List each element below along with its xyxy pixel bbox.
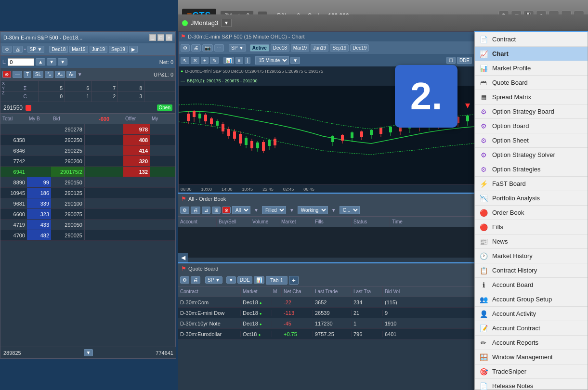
menu-item-order-book[interactable]: 🔴 Order Book: [475, 206, 588, 220]
chart-dde-btn[interactable]: DDE: [457, 57, 472, 64]
qb-dropdown2[interactable]: ▼: [226, 276, 236, 284]
chart-sp-btn[interactable]: SP ▼: [229, 44, 246, 52]
qb-settings-btn[interactable]: ⚙: [180, 276, 189, 284]
chart-tf-dropdown[interactable]: ▼: [290, 57, 300, 64]
menu-item-account-group-setup[interactable]: 👥 Account Group Setup: [475, 292, 588, 307]
qb-add-tab-btn[interactable]: +: [289, 276, 299, 285]
chart-type-btn2[interactable]: ≡: [235, 57, 243, 64]
price-down-button[interactable]: ▼: [47, 58, 56, 65]
chart-timeframe-select[interactable]: 15 Minute 5 Minute 1 Minute 1 Hour Daily: [255, 56, 289, 65]
menu-item-account-reports[interactable]: ✏ Account Reports: [475, 336, 588, 350]
chart-sep19-btn[interactable]: Sep19: [330, 44, 349, 52]
ob-filter-c-select[interactable]: C...: [340, 206, 360, 214]
chart-cursor-btn[interactable]: ↖: [181, 57, 189, 64]
menu-item-quote-board[interactable]: 🗃 Quote Board: [475, 76, 588, 90]
menu-item-spread-matrix[interactable]: ▦ Spread Matrix: [475, 90, 588, 104]
sp-dropdown[interactable]: SP ▼: [27, 46, 45, 53]
dom-row-8[interactable]: 6600 323 290075: [0, 209, 175, 220]
qb-print-btn[interactable]: 🖨: [191, 276, 200, 284]
chart-dec18-btn[interactable]: Dec18: [271, 44, 289, 52]
ob-filter-all-select[interactable]: All: [232, 206, 250, 214]
menu-item-chart[interactable]: 📈 Chart: [475, 47, 588, 61]
menu-item-market-history[interactable]: 🕐 Market History: [475, 249, 588, 263]
qb-row-3[interactable]: D-30m:Eurodollar Oct18 ● +0.75 9757.25 7…: [178, 329, 474, 339]
menu-item-option-strategy-board[interactable]: ⚙ Option Strategy Board: [475, 104, 588, 119]
menu-item-market-profile[interactable]: 📊 Market Profile: [475, 61, 588, 76]
menu-item-option-sheet[interactable]: ⚙ Option Sheet: [475, 133, 588, 148]
ob-filter-working-select[interactable]: Working: [298, 206, 328, 214]
chart-mar19-btn[interactable]: Mar19: [291, 44, 309, 52]
dom-row-current[interactable]: 6941 290175/2 132: [0, 167, 175, 177]
user-dropdown-2[interactable]: ▼: [221, 19, 232, 27]
qb-row-0[interactable]: D-30m:Com Dec18 ● -22 3652 234 (115): [178, 297, 474, 308]
limit-price-input[interactable]: [8, 58, 34, 66]
chart-jun19-btn[interactable]: Jun19: [311, 44, 328, 52]
chart-dec19-btn[interactable]: Dec19: [350, 44, 369, 52]
chart-type-btn3[interactable]: |: [245, 57, 251, 64]
menu-item-window-management[interactable]: 🪟 Window Management: [475, 350, 588, 364]
dom-row-7[interactable]: 9681 339 290100: [0, 198, 175, 209]
dom-row-1[interactable]: 6358 290250 408: [0, 135, 175, 145]
ob-scroll-left-btn[interactable]: ◀: [178, 253, 188, 262]
ocoa-button[interactable]: °ₒ: [45, 71, 53, 78]
tab-mar19-dom[interactable]: Mar19: [69, 46, 88, 53]
menu-item-option-board[interactable]: ⚙ Option Board: [475, 119, 588, 133]
act-button[interactable]: Aₜ: [66, 71, 76, 78]
menu-item-fills[interactable]: 🔴 Fills: [475, 220, 588, 234]
tab-jun19-dom[interactable]: Jun19: [90, 46, 107, 53]
flat-button[interactable]: —: [13, 71, 22, 78]
settings-button[interactable]: ⚙: [2, 46, 12, 53]
dom-row-0[interactable]: 290278 978: [0, 124, 175, 135]
ob-print-btn[interactable]: 🖨: [191, 207, 200, 214]
ob-settings-btn[interactable]: ⚙: [180, 207, 189, 214]
qb-sp-btn[interactable]: SP ▼: [205, 276, 222, 284]
cancel-button[interactable]: ⊗: [2, 71, 11, 78]
chart-active-btn[interactable]: Active: [250, 44, 269, 52]
menu-item-portfolio-analysis[interactable]: 📉 Portfolio Analysis: [475, 191, 588, 206]
menu-item-contract-history[interactable]: 📋 Contract History: [475, 263, 588, 278]
dom-row-5[interactable]: 8890 99 290150: [0, 177, 175, 188]
chart-camera-btn[interactable]: 📷: [202, 44, 213, 52]
type-T-button[interactable]: T: [24, 71, 31, 78]
dom-row-9[interactable]: 4719 433 290050: [0, 220, 175, 230]
chart-type-btn1[interactable]: 📊: [223, 57, 234, 64]
qb-row-2[interactable]: D-30m:10yr Note Dec18 ● -45 117230 1 191…: [178, 318, 474, 329]
menu-item-contract[interactable]: 📄 Contract: [475, 32, 588, 47]
dom-row-3[interactable]: 7742 290200 320: [0, 156, 175, 167]
dom-row-6[interactable]: 10945 186 290125: [0, 188, 175, 198]
ob-filter-btn[interactable]: ⊿: [202, 207, 210, 214]
menu-item-account-contract[interactable]: 📝 Account Contract: [475, 321, 588, 336]
dom-row-2[interactable]: 6346 290225 414: [0, 145, 175, 156]
restore-button[interactable]: □: [157, 34, 164, 41]
chart-draw-btn[interactable]: ✎: [210, 57, 219, 64]
scroll-down-button[interactable]: ▼: [84, 349, 93, 356]
type-SL-button[interactable]: SL: [33, 71, 43, 78]
qb-tab1-btn[interactable]: Tab 1: [266, 276, 287, 285]
menu-item-account-board[interactable]: ℹ Account Board: [475, 278, 588, 292]
minimize-button[interactable]: _: [149, 34, 156, 41]
menu-item-option-strategies[interactable]: ⚙ Option Strategies: [475, 162, 588, 177]
qb-dde-btn[interactable]: DDE: [237, 276, 252, 284]
menu-item-tradesniper[interactable]: 🎯 TradeSniper: [475, 364, 588, 379]
tab-dec18-dom[interactable]: Dec18: [49, 46, 68, 53]
menu-item-option-strategy-solver[interactable]: ⚙ Option Strategy Solver: [475, 148, 588, 162]
qb-row-1[interactable]: D-30m:E-mini Dow Dec18 ● -113 26539 21 9: [178, 308, 474, 318]
chart-check-btn[interactable]: ☐: [446, 57, 456, 64]
chart-more-btn[interactable]: ⋯: [214, 44, 224, 52]
print-button[interactable]: 🖨: [13, 46, 23, 53]
qb-chart-btn[interactable]: 📊: [254, 276, 264, 284]
chart-plus-btn[interactable]: +: [201, 57, 209, 64]
tab-more-dom[interactable]: ▶: [129, 46, 138, 53]
chart-cross-btn[interactable]: ✕: [191, 57, 199, 64]
ob-filter-filled-select[interactable]: Filled: [262, 206, 286, 214]
menu-item-news[interactable]: 📰 News: [475, 234, 588, 249]
price-up-button[interactable]: ▲: [36, 58, 45, 65]
menu-item-fast-board[interactable]: ⚡ FaST Board: [475, 177, 588, 191]
menu-item-account-activity[interactable]: 👤 Account Activity: [475, 307, 588, 321]
menu-item-release-notes[interactable]: 📄 Release Notes: [475, 379, 588, 390]
dom-row-10[interactable]: 4700 482 290025: [0, 230, 175, 241]
ob-cancel-btn[interactable]: ⊗: [222, 207, 231, 214]
algo-button[interactable]: Aₒ: [55, 71, 65, 78]
account-dropdown[interactable]: ▼: [58, 58, 67, 65]
ob-columns-btn[interactable]: ⊞: [212, 207, 221, 214]
